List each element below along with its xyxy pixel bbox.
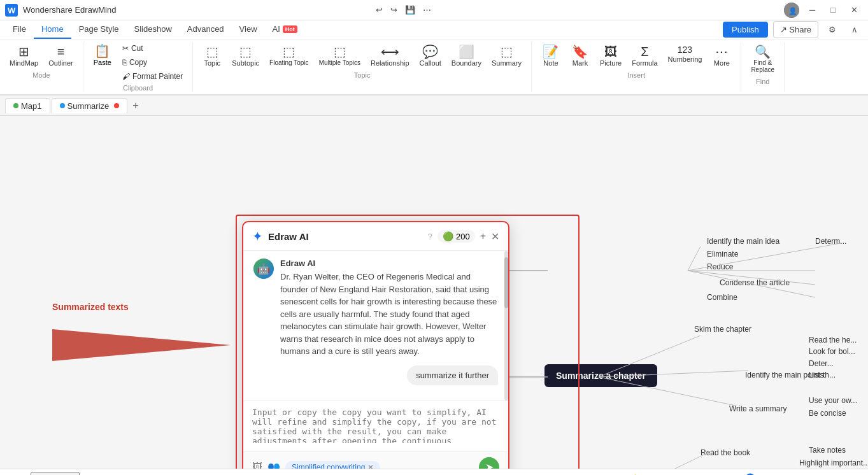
tab-page-style[interactable]: Page Style bbox=[71, 20, 127, 39]
map1-dot bbox=[13, 103, 18, 108]
relationship-button[interactable]: ⟷ Relationship bbox=[366, 42, 414, 70]
tab-file[interactable]: File bbox=[5, 20, 34, 39]
numbering-button[interactable]: 123 Numbering bbox=[664, 42, 707, 66]
share-button[interactable]: ↗ Share bbox=[773, 21, 818, 38]
ai-avatar: 🤖 bbox=[253, 259, 274, 279]
arrow-summarized bbox=[52, 320, 269, 371]
status-bar: ⊞ Page-1 + Page-1 Count: 29 ⭐ ⊡ ⊟ ⤢ ─ + … bbox=[0, 469, 868, 475]
save-button[interactable]: 💾 bbox=[402, 4, 418, 16]
more-button[interactable]: ⋯ More bbox=[708, 42, 736, 70]
formula-button[interactable]: Σ Formula bbox=[627, 42, 662, 70]
copy-button[interactable]: ⎘ Copy bbox=[118, 56, 187, 69]
ai-dialog-body[interactable]: 🤖 Edraw AI Dr. Ryan Welter, the CEO of R… bbox=[243, 251, 508, 401]
paste-button[interactable]: 📋 Paste bbox=[89, 42, 117, 83]
ai-sender-name: Edraw AI bbox=[280, 259, 498, 268]
view-toggle-button[interactable]: ⊟ bbox=[665, 472, 681, 476]
fit-page-button[interactable]: ⊡ bbox=[645, 472, 660, 476]
cut-button[interactable]: ✂ Cut bbox=[118, 42, 187, 55]
floating-topic-button[interactable]: ⬚ Floating Topic bbox=[265, 42, 313, 69]
zoom-slider[interactable] bbox=[725, 473, 776, 476]
scroll-thumb[interactable] bbox=[504, 257, 508, 308]
mindmap-icon: ⊞ bbox=[18, 45, 29, 58]
ai-message-text: Dr. Ryan Welter, the CEO of Regeneris Me… bbox=[280, 271, 498, 358]
image-icon[interactable]: 🖼 bbox=[252, 462, 262, 469]
fit-window-button[interactable]: ⊠ bbox=[825, 472, 840, 476]
ai-bottom-bar: 🖼 👥 Simplified copywriting ✕ ➤ bbox=[243, 451, 508, 469]
tab-ai[interactable]: AI Hot bbox=[265, 20, 305, 39]
ai-close-button[interactable]: ✕ bbox=[491, 230, 499, 243]
app-logo: W bbox=[5, 4, 18, 17]
outliner-icon: ≡ bbox=[57, 45, 65, 58]
minimize-button[interactable]: ─ bbox=[804, 3, 820, 17]
page-selector[interactable]: Page-1 bbox=[31, 472, 80, 476]
format-painter-icon: 🖌 bbox=[122, 72, 130, 81]
ribbon-content: ⊞ MindMap ≡ Outliner Mode 📋 Paste bbox=[0, 39, 868, 95]
close-button[interactable]: ✕ bbox=[846, 3, 863, 17]
leaf-read-he: Read the he... bbox=[809, 336, 857, 344]
app-name: Wondershare EdrawMind bbox=[23, 5, 373, 15]
ai-input-field[interactable] bbox=[252, 408, 499, 443]
tab-advanced[interactable]: Advanced bbox=[180, 20, 232, 39]
menu-button[interactable]: ⋯ bbox=[420, 4, 434, 16]
tag-label: Simplified copywriting bbox=[292, 463, 365, 469]
outliner-button[interactable]: ≡ Outliner bbox=[44, 42, 78, 70]
maximize-button[interactable]: □ bbox=[825, 3, 841, 17]
tab-home[interactable]: Home bbox=[34, 20, 71, 39]
expand-button[interactable]: ⤡ bbox=[845, 472, 860, 476]
ai-help-icon[interactable]: ? bbox=[428, 232, 432, 241]
summary-button[interactable]: ⬚ Summary bbox=[487, 42, 526, 70]
ai-send-button[interactable]: ➤ bbox=[479, 457, 499, 469]
scroll-track[interactable] bbox=[504, 251, 508, 401]
ai-tag: Simplified copywriting ✕ bbox=[285, 461, 380, 469]
leaf-determ2: Deter... bbox=[809, 359, 834, 368]
callout-icon: 💬 bbox=[422, 45, 438, 58]
ribbon: File Home Page Style Slideshow Advanced … bbox=[0, 20, 868, 96]
zoom-out-button[interactable]: ─ bbox=[706, 472, 721, 476]
user-bubble: summarize it further bbox=[407, 365, 498, 385]
zoom-in-button[interactable]: + bbox=[781, 472, 795, 476]
find-replace-button[interactable]: 🔍 Find &Replace bbox=[746, 42, 779, 76]
tab-slideshow[interactable]: Slideshow bbox=[127, 20, 180, 39]
more-icon: ⋯ bbox=[715, 45, 728, 58]
svg-marker-19 bbox=[52, 329, 231, 361]
boundary-button[interactable]: ⬜ Boundary bbox=[447, 42, 486, 70]
tag-close-button[interactable]: ✕ bbox=[367, 463, 374, 469]
summarize-tab[interactable]: Summarize bbox=[52, 98, 128, 113]
people-icon[interactable]: 👥 bbox=[267, 461, 280, 469]
add-tab-button[interactable]: + bbox=[129, 99, 142, 113]
avatar: 👤 bbox=[784, 3, 799, 18]
canvas-area[interactable]: Summarize the article Summarize a chapte… bbox=[0, 116, 868, 469]
summarize-dot bbox=[60, 103, 65, 108]
ribbon-settings-button[interactable]: ⚙ bbox=[823, 22, 841, 37]
formula-icon: Σ bbox=[641, 45, 648, 58]
mark-button[interactable]: 🔖 Mark bbox=[566, 42, 594, 70]
fullscreen-button[interactable]: ⤢ bbox=[686, 472, 701, 476]
page-layout-button[interactable]: ⊞ bbox=[8, 472, 23, 476]
publish-button[interactable]: Publish bbox=[723, 22, 768, 38]
topic-icon: ⬚ bbox=[206, 45, 218, 58]
boundary-icon: ⬜ bbox=[459, 45, 474, 58]
ai-dialog-title: Edraw AI bbox=[268, 231, 422, 242]
ai-dialog-header: ✦ Edraw AI ? 🟢 200 + ✕ bbox=[243, 222, 508, 251]
callout-button[interactable]: 💬 Callout bbox=[415, 42, 446, 70]
subtopic-button[interactable]: ⬚ Subtopic bbox=[227, 42, 264, 70]
subtopic-icon: ⬚ bbox=[239, 45, 252, 58]
user-message-row: summarize it further bbox=[253, 365, 498, 385]
branch-summarize-chapter[interactable]: Summarize a chapter bbox=[544, 364, 657, 387]
redo-button[interactable]: ↪ bbox=[388, 4, 400, 16]
format-painter-button[interactable]: 🖌 Format Painter bbox=[118, 70, 187, 83]
note-button[interactable]: 📝 Note bbox=[537, 42, 565, 70]
topic-button[interactable]: ⬚ Topic bbox=[198, 42, 226, 70]
ribbon-collapse-button[interactable]: ∧ bbox=[846, 22, 863, 37]
multiple-topics-button[interactable]: ⬚ Multiple Topics bbox=[315, 42, 365, 69]
add-tokens-button[interactable]: + bbox=[480, 230, 486, 242]
tab-view[interactable]: View bbox=[232, 20, 265, 39]
add-page-button[interactable]: + bbox=[87, 472, 101, 476]
picture-button[interactable]: 🖼 Picture bbox=[595, 42, 626, 70]
undo-button[interactable]: ↩ bbox=[373, 4, 385, 16]
tab-bar: Map1 Summarize + bbox=[0, 96, 868, 116]
summary-icon: ⬚ bbox=[501, 45, 513, 58]
mindmap-button[interactable]: ⊞ MindMap bbox=[5, 42, 43, 70]
share-icon: ↗ bbox=[780, 25, 787, 34]
map1-tab[interactable]: Map1 bbox=[5, 98, 50, 113]
